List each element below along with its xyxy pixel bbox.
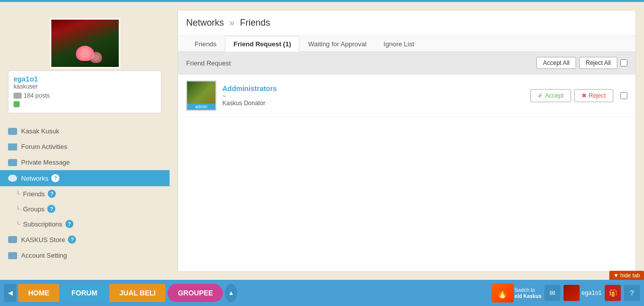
sidebar-item-forum-activities[interactable]: Forum Activities (0, 139, 170, 155)
accept-check-icon: ✔ (538, 92, 543, 99)
kaskus-store-icon (8, 236, 17, 243)
networks-help-badge[interactable]: ? (51, 174, 59, 182)
username[interactable]: ega1o1 (14, 75, 156, 83)
user-box: ega1o1 (564, 285, 602, 301)
row-checkbox[interactable] (620, 92, 627, 99)
groups-help-badge[interactable]: ? (47, 205, 55, 213)
sidebar-item-private-message[interactable]: Private Message (0, 155, 170, 170)
taskbar: ◀ HOME FORUM JUAL BELI Groupee ▲ 🔥 Switc… (0, 280, 644, 306)
table-actions: Accept All Reject All (536, 57, 627, 69)
old-kaskus-label: old Kaskus (515, 293, 541, 299)
account-setting-icon (8, 252, 17, 259)
help-icon[interactable]: ? (624, 285, 640, 301)
private-message-label: Private Message (21, 159, 70, 166)
accept-all-button[interactable]: Accept All (536, 57, 576, 69)
taskbar-username[interactable]: ega1o1 (582, 289, 602, 296)
networks-label: Networks (21, 175, 48, 182)
networks-icon (8, 175, 17, 182)
taskbar-left-arrow[interactable]: ◀ (4, 284, 16, 302)
profile-box: ega1o1 kaskuser 184 posts (8, 70, 162, 113)
friends-help-badge[interactable]: ? (48, 190, 56, 198)
user-type: kaskuser (14, 83, 156, 90)
posts-icon (14, 93, 22, 99)
sidebar-item-friends[interactable]: └ Friends ? (0, 186, 170, 201)
scroll-up-button[interactable]: ▲ (225, 284, 237, 302)
hide-tab-label: hide tab (620, 272, 640, 278)
friends-label: Friends (23, 190, 45, 198)
tab-friend-request[interactable]: Friend Request (1) (225, 36, 299, 52)
tab-ignore-list[interactable]: Ignore List (375, 36, 423, 52)
forum-button[interactable]: FORUM (61, 284, 107, 302)
gift-icon[interactable]: 🎁 (605, 285, 621, 301)
kasak-kusuk-icon (8, 128, 17, 135)
table-row: admin Addministrators ~ Kaskus Donator ✔… (178, 74, 635, 117)
kaskus-fire-icon: 🔥 (492, 283, 514, 302)
avatar-admin-label: admin (187, 104, 215, 110)
hide-tab-button[interactable]: ▼ hide tab (609, 271, 644, 280)
groups-arrow: └ (16, 206, 20, 212)
request-info: Addministrators ~ Kaskus Donator (222, 85, 530, 107)
jualbeli-button[interactable]: JUAL BELI (109, 284, 166, 302)
reject-x-icon: ✖ (582, 92, 587, 99)
request-badge: Kaskus Donator (222, 100, 530, 107)
select-all-checkbox[interactable] (620, 59, 627, 66)
subscriptions-help-badge[interactable]: ? (65, 220, 73, 228)
sidebar-item-subscriptions[interactable]: └ Subscriptions ? (0, 216, 170, 232)
content-area: Networks » Friends Friends Friend Reques… (170, 2, 644, 280)
content-panel: Networks » Friends Friends Friend Reques… (178, 10, 636, 272)
kasak-kusuk-label: Kasak Kusuk (21, 127, 59, 135)
user-avatar-small (564, 285, 580, 301)
panel-header: Networks » Friends (178, 11, 635, 36)
tab-waiting-approval[interactable]: Waiting for Approval (299, 36, 375, 52)
switch-to-label: Switch to (515, 287, 535, 293)
sidebar-item-groups[interactable]: └ Groups ? (0, 201, 170, 216)
request-avatar: admin (186, 81, 216, 111)
messages-icon[interactable]: ✉ (544, 285, 560, 301)
private-message-icon (8, 159, 17, 166)
accept-button[interactable]: ✔ Accept (530, 89, 571, 102)
groups-label: Groups (23, 205, 45, 213)
request-tilde: ~ (222, 93, 530, 100)
online-indicator (14, 101, 20, 107)
taskbar-right: 🔥 Switch to old Kaskus ✉ ega1o1 🎁 ? (492, 283, 640, 302)
reject-button[interactable]: ✖ Reject (574, 89, 613, 102)
sidebar: ega1o1 kaskuser 184 posts Kasak Kusuk Fo… (0, 2, 170, 280)
sidebar-item-kasak-kusuk[interactable]: Kasak Kusuk (0, 123, 170, 139)
posts-count: 184 posts (24, 92, 50, 99)
switch-to-old[interactable]: Switch to old Kaskus (515, 287, 541, 299)
breadcrumb-friends[interactable]: Friends (240, 18, 270, 28)
kaskus-brand-group: 🔥 Switch to old Kaskus (492, 283, 541, 302)
forum-activities-icon (8, 143, 17, 150)
reject-all-button[interactable]: Reject All (579, 57, 617, 69)
forum-activities-label: Forum Activities (21, 143, 67, 150)
subscriptions-arrow: └ (16, 221, 20, 227)
request-action-buttons: ✔ Accept ✖ Reject (530, 89, 627, 102)
sidebar-item-networks[interactable]: Networks ? (0, 170, 170, 186)
breadcrumb-sep: » (229, 18, 234, 28)
kaskus-store-label: KASKUS Store (21, 236, 65, 244)
profile-image (50, 18, 120, 68)
request-username[interactable]: Addministrators (222, 85, 530, 93)
tabs-bar: Friends Friend Request (1) Waiting for A… (178, 36, 635, 52)
friends-arrow: └ (16, 191, 20, 197)
home-button[interactable]: HOME (18, 284, 59, 302)
breadcrumb-networks[interactable]: Networks (186, 18, 224, 28)
hide-tab-arrow: ▼ (613, 272, 619, 278)
store-help-badge[interactable]: ? (68, 236, 76, 244)
groupee-button[interactable]: Groupee (168, 284, 223, 302)
sidebar-item-account-setting[interactable]: Account Setting (0, 248, 170, 263)
account-setting-label: Account Setting (21, 252, 67, 259)
sidebar-item-kaskus-store[interactable]: KASKUS Store ? (0, 232, 170, 248)
subscriptions-label: Subscriptions (23, 220, 62, 228)
nav-menu: Kasak Kusuk Forum Activities Private Mes… (0, 123, 170, 263)
table-header-label: Friend Request (186, 59, 231, 67)
tab-friends[interactable]: Friends (186, 36, 225, 52)
friend-request-table-header: Friend Request Accept All Reject All (178, 52, 635, 74)
